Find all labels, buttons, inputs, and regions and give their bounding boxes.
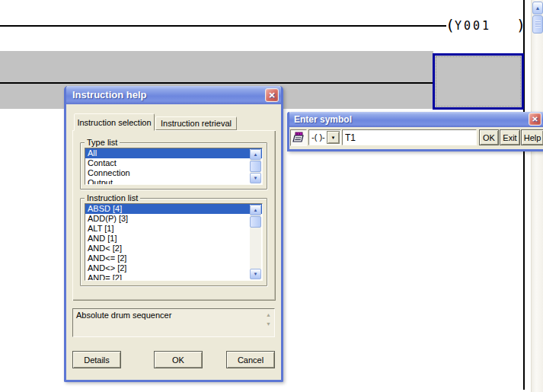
instruction-help-dialog: Instruction help ✕ Instruction selection… — [64, 86, 283, 382]
scroll-up-icon: ▲ — [264, 311, 273, 319]
scrollbar-thumb[interactable] — [250, 161, 261, 172]
scroll-down-icon[interactable]: ▼ — [250, 173, 261, 183]
scroll-down-icon: ▼ — [264, 320, 273, 328]
close-icon[interactable]: ✕ — [529, 113, 541, 126]
enter-symbol-titlebar[interactable]: Enter symbol ✕ — [289, 112, 543, 127]
tab-label: Instruction selection — [77, 118, 151, 127]
symbol-pad-icon — [292, 132, 305, 144]
list-item[interactable]: Output — [85, 178, 262, 185]
symbol-pad-button[interactable] — [290, 129, 307, 146]
list-item[interactable]: Contact — [85, 158, 262, 168]
list-item[interactable]: ALT [1] — [85, 224, 262, 234]
enter-symbol-dialog: Enter symbol ✕ -( )- ▼ OK Exit Help — [287, 112, 543, 151]
details-button[interactable]: Details — [72, 351, 121, 368]
plc-editor-window: { "icons": { "close": "✕", "up_arrow": "… — [0, 0, 543, 392]
description-box: Absolute drum sequencer ▲ ▼ — [72, 308, 275, 337]
scroll-up-icon[interactable]: ▲ — [250, 205, 261, 215]
ok-button[interactable]: OK — [154, 351, 203, 368]
instruction-help-titlebar[interactable]: Instruction help ✕ — [66, 86, 281, 104]
scrollbar-thumb[interactable] — [532, 15, 543, 33]
scroll-down-icon[interactable]: ▼ — [250, 269, 261, 279]
scroll-up-icon[interactable]: ▲ — [250, 149, 261, 160]
list-item[interactable]: AND< [2] — [85, 244, 262, 253]
tab-instruction-retrieval[interactable]: Instruction retrieval — [155, 116, 237, 130]
symbol-type-value: -( )- — [311, 132, 325, 142]
type-listbox[interactable]: All Contact Connection Output ▲ ▼ — [85, 148, 263, 185]
ok-button[interactable]: OK — [479, 129, 499, 145]
ladder-rung-line — [0, 25, 446, 27]
type-listbox-scrollbar[interactable]: ▲ ▼ — [250, 149, 261, 183]
scrollbar-thumb[interactable] — [250, 216, 261, 228]
list-item[interactable]: All — [85, 148, 262, 158]
instruction-list-group-label: Instruction list — [85, 193, 140, 202]
type-list-group-label: Type list — [85, 138, 120, 147]
tab-label: Instruction retrieval — [161, 119, 232, 128]
scroll-up-icon[interactable]: ▲ — [532, 2, 543, 14]
list-item[interactable]: AND= [2] — [85, 273, 262, 281]
symbol-type-combobox[interactable]: -( )- ▼ — [308, 129, 341, 145]
instruction-listbox-scrollbar[interactable]: ▲ ▼ — [250, 205, 261, 279]
close-icon[interactable]: ✕ — [265, 88, 279, 102]
dropdown-arrow-icon[interactable]: ▼ — [327, 131, 340, 144]
exit-button[interactable]: Exit — [500, 129, 520, 145]
selection-box[interactable] — [433, 53, 524, 110]
instruction-listbox[interactable]: ABSD [4] ADD(P) [3] ALT [1] AND [1] AND<… — [85, 203, 263, 281]
list-item[interactable]: AND<= [2] — [85, 253, 262, 263]
help-button[interactable]: Help — [521, 129, 543, 145]
list-item[interactable]: AND<> [2] — [85, 263, 262, 273]
cancel-button[interactable]: Cancel — [226, 351, 275, 368]
ladder-rung-line-2 — [0, 82, 433, 84]
list-item[interactable]: ADD(P) [3] — [85, 214, 262, 224]
output-coil-label: Y001 — [455, 19, 491, 33]
coil-close-paren: ) — [516, 16, 525, 34]
coil-open-paren: ( — [446, 16, 455, 34]
list-item[interactable]: AND [1] — [85, 234, 262, 244]
description-text: Absolute drum sequencer — [76, 311, 171, 320]
instruction-help-title: Instruction help — [72, 89, 147, 100]
tab-instruction-selection[interactable]: Instruction selection — [74, 113, 155, 131]
enter-symbol-title: Enter symbol — [294, 114, 352, 125]
symbol-input[interactable] — [342, 129, 477, 145]
main-vertical-scrollbar[interactable]: ▲ — [531, 0, 543, 392]
list-item[interactable]: ABSD [4] — [85, 204, 262, 214]
list-item[interactable]: Connection — [85, 168, 262, 178]
